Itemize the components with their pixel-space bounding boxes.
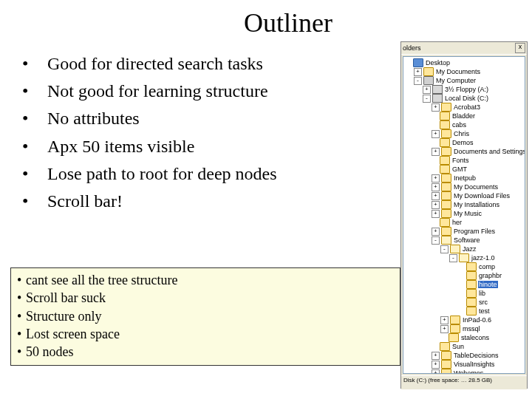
tree-node[interactable]: test — [405, 307, 525, 316]
tree-node-label[interactable]: cabs — [451, 121, 467, 129]
close-button[interactable]: x — [515, 43, 525, 53]
tree-node[interactable]: cabs — [405, 120, 525, 129]
expand-icon[interactable]: + — [432, 361, 440, 369]
tree-node-label[interactable]: 3½ Floppy (A:) — [444, 86, 489, 93]
folder-tree[interactable]: Desktop+My Documents-My Computer+3½ Flop… — [403, 56, 525, 374]
tree-node[interactable]: hinote — [405, 280, 525, 289]
tree-node-label[interactable]: src — [478, 299, 488, 306]
expand-icon[interactable]: + — [414, 68, 422, 76]
bullet-icon: • — [22, 133, 47, 160]
tree-node[interactable]: Bladder — [405, 112, 525, 120]
expand-icon[interactable]: + — [432, 352, 440, 360]
tree-node-label[interactable]: Software — [453, 236, 481, 244]
tree-node-label[interactable]: test — [478, 307, 491, 315]
tree-node[interactable]: her — [405, 218, 525, 227]
tree-node-label[interactable]: My Download Files — [453, 192, 511, 200]
tree-node[interactable]: GMT — [405, 165, 525, 174]
tree-node-label[interactable]: TableDecisions — [453, 352, 499, 359]
tree-node[interactable]: +3½ Floppy (A:) — [405, 85, 525, 94]
tree-node-label[interactable]: comp — [478, 263, 496, 270]
tree-node-label[interactable]: My Installations — [453, 201, 500, 208]
tree-node[interactable]: -Software — [405, 236, 525, 245]
expand-icon[interactable]: + — [432, 183, 440, 191]
list-item: •No attributes — [22, 105, 384, 132]
tree-node-label[interactable]: Program Files — [453, 228, 496, 235]
expand-icon[interactable]: + — [432, 369, 440, 375]
tree-node-label[interactable]: Inetpub — [453, 174, 477, 182]
tree-node[interactable]: +My Installations — [405, 200, 525, 209]
expand-icon[interactable]: + — [432, 130, 440, 138]
collapse-icon[interactable]: - — [440, 245, 449, 253]
tree-node[interactable]: +My Music — [405, 209, 525, 218]
tree-node[interactable]: Desktop — [405, 58, 525, 67]
tree-node[interactable]: +My Documents — [405, 183, 525, 191]
tree-node-label[interactable]: her — [451, 219, 463, 226]
tree-node[interactable]: graphbr — [405, 271, 525, 280]
tree-node[interactable]: +My Download Files — [405, 191, 525, 200]
collapse-icon[interactable]: - — [423, 95, 431, 103]
tree-node-label[interactable]: Desktop — [425, 59, 451, 66]
tree-node[interactable]: lib — [405, 289, 525, 298]
expand-icon[interactable]: + — [432, 228, 440, 236]
tree-node[interactable]: src — [405, 298, 525, 307]
tree-node-label[interactable]: Fonts — [451, 157, 470, 164]
collapse-icon[interactable]: - — [414, 77, 422, 85]
tree-node[interactable]: +Webomes — [405, 369, 525, 374]
tree-node-label[interactable]: My Computer — [435, 77, 477, 84]
tree-node-label[interactable]: jazz-1.0 — [471, 254, 496, 262]
tree-node-label[interactable]: Demos — [451, 139, 474, 146]
collapse-icon[interactable]: - — [449, 254, 457, 262]
tree-node[interactable]: +Chris — [405, 129, 525, 138]
tree-node[interactable]: -Jazz — [405, 245, 525, 253]
expand-icon[interactable]: + — [432, 148, 440, 156]
tree-node-label[interactable]: Documents and Settings — [453, 148, 525, 155]
expand-icon[interactable]: + — [432, 201, 440, 209]
tree-node-label[interactable]: Bladder — [451, 112, 476, 120]
tree-node-label[interactable]: Local Disk (C:) — [444, 95, 489, 102]
tree-node-label[interactable]: My Music — [453, 210, 482, 217]
expand-icon[interactable]: + — [432, 210, 440, 218]
tree-node-label[interactable]: Chris — [453, 130, 470, 137]
tree-node[interactable]: +InPad-0.6 — [405, 316, 525, 324]
tree-node[interactable]: stalecons — [405, 333, 525, 342]
expand-icon[interactable]: + — [423, 86, 431, 94]
tree-node[interactable]: -Local Disk (C:) — [405, 94, 525, 103]
tree-node-label[interactable]: VisualInsights — [453, 361, 495, 368]
tree-node[interactable]: +My Documents — [405, 67, 525, 76]
tree-node[interactable]: comp — [405, 262, 525, 271]
tree-node-label[interactable]: lib — [478, 290, 486, 297]
tree-node-label[interactable]: Jazz — [462, 245, 477, 253]
tree-node-label[interactable]: My Documents — [435, 68, 481, 75]
tree-node-label[interactable]: stalecons — [460, 334, 490, 341]
tree-node-label[interactable]: GMT — [451, 166, 468, 173]
tree-node[interactable]: +Documents and Settings — [405, 147, 525, 156]
tree-node[interactable]: +Inetpub — [405, 174, 525, 183]
tree-node-label[interactable]: hinote — [478, 281, 498, 288]
tree-node-label[interactable]: Sun — [451, 343, 465, 350]
tree-node[interactable]: -My Computer — [405, 76, 525, 85]
expand-icon[interactable]: + — [432, 103, 440, 112]
collapse-icon[interactable]: - — [432, 236, 440, 245]
tree-node-label[interactable]: mssql — [462, 325, 481, 332]
expand-icon[interactable]: + — [432, 174, 440, 183]
tree-node[interactable]: Sun — [405, 342, 525, 351]
tree-node[interactable]: +Acrobat3 — [405, 103, 525, 112]
tree-node[interactable]: +Program Files — [405, 227, 525, 236]
tree-node[interactable]: +TableDecisions — [405, 351, 525, 360]
tree-node[interactable]: +mssql — [405, 324, 525, 333]
tree-node-label[interactable]: My Documents — [453, 183, 499, 191]
tree-node-label[interactable]: InPad-0.6 — [462, 316, 492, 324]
tree-node[interactable]: +VisualInsights — [405, 360, 525, 369]
expand-icon[interactable]: + — [440, 316, 449, 324]
bullet-icon: • — [17, 271, 26, 289]
tree-node-label[interactable]: Webomes — [453, 369, 484, 374]
tree-node[interactable]: -jazz-1.0 — [405, 253, 525, 262]
tree-node-label[interactable]: graphbr — [478, 272, 502, 279]
expand-icon[interactable]: + — [432, 192, 440, 200]
expand-icon[interactable]: + — [440, 325, 449, 333]
bullet-text: Scroll bar! — [47, 188, 123, 215]
folder-icon — [466, 307, 477, 316]
tree-node-label[interactable]: Acrobat3 — [453, 103, 481, 111]
tree-node[interactable]: Demos — [405, 138, 525, 147]
tree-node[interactable]: Fonts — [405, 156, 525, 165]
